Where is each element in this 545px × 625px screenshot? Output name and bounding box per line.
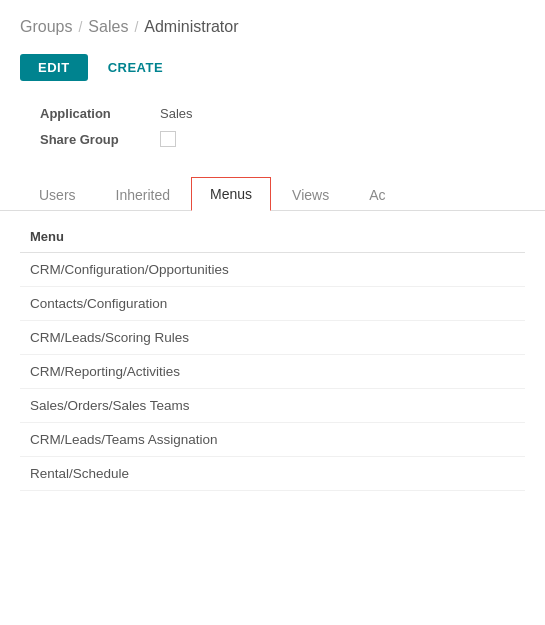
- form-section: Application Sales Share Group: [0, 93, 545, 168]
- form-row-sharegroup: Share Group: [40, 126, 505, 152]
- page-wrapper: Groups / Sales / Administrator EDIT CRea…: [0, 0, 545, 625]
- tab-inherited[interactable]: Inherited: [97, 178, 189, 211]
- breadcrumb-sales[interactable]: Sales: [88, 18, 128, 36]
- application-value: Sales: [160, 106, 193, 121]
- menu-item[interactable]: CRM/Reporting/Activities: [20, 355, 525, 389]
- table-section: Menu CRM/Configuration/Opportunities Con…: [0, 211, 545, 491]
- menu-item[interactable]: Contacts/Configuration: [20, 287, 525, 321]
- sharegroup-checkbox[interactable]: [160, 131, 176, 147]
- breadcrumb-sep-1: /: [78, 19, 82, 35]
- tabs-container: Users Inherited Menus Views Ac: [0, 176, 545, 211]
- toolbar: EDIT CReatE: [0, 46, 545, 93]
- tab-users[interactable]: Users: [20, 178, 95, 211]
- edit-button[interactable]: EDIT: [20, 54, 88, 81]
- sharegroup-label: Share Group: [40, 132, 160, 147]
- form-row-application: Application Sales: [40, 101, 505, 126]
- menu-item[interactable]: CRM/Leads/Teams Assignation: [20, 423, 525, 457]
- menu-item[interactable]: CRM/Leads/Scoring Rules: [20, 321, 525, 355]
- application-label: Application: [40, 106, 160, 121]
- breadcrumb-administrator: Administrator: [144, 18, 238, 36]
- menu-item[interactable]: CRM/Configuration/Opportunities: [20, 253, 525, 287]
- menu-item[interactable]: Sales/Orders/Sales Teams: [20, 389, 525, 423]
- tab-views[interactable]: Views: [273, 178, 348, 211]
- tab-menus[interactable]: Menus: [191, 177, 271, 211]
- breadcrumb-groups[interactable]: Groups: [20, 18, 72, 36]
- table-column-header: Menu: [20, 221, 525, 253]
- breadcrumb: Groups / Sales / Administrator: [0, 0, 545, 46]
- menu-item[interactable]: Rental/Schedule: [20, 457, 525, 491]
- breadcrumb-sep-2: /: [134, 19, 138, 35]
- tab-ac[interactable]: Ac: [350, 178, 404, 211]
- menu-list: CRM/Configuration/Opportunities Contacts…: [20, 253, 525, 491]
- create-button[interactable]: CReatE: [104, 54, 167, 81]
